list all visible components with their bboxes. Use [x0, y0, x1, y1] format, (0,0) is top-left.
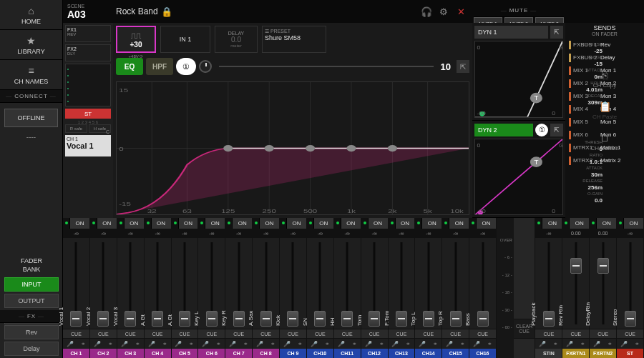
hpf-button[interactable]: HPF — [146, 58, 173, 75]
on-button[interactable]: ON — [97, 218, 117, 229]
fader-track[interactable]: Bass — [469, 238, 496, 329]
on-button[interactable]: ON — [179, 218, 198, 229]
strip-icons[interactable]: 🎤⚭ — [562, 339, 589, 349]
fx2-slot[interactable]: FX2 DLY — [65, 44, 111, 61]
preset-box[interactable]: ☰ PRESET Shure SM58 — [262, 26, 326, 53]
on-button[interactable]: ON — [152, 218, 171, 229]
channel-number[interactable]: CH13 — [389, 349, 415, 358]
cue-button[interactable]: CUE — [172, 329, 198, 339]
channel-number[interactable]: CH 3 — [117, 349, 144, 358]
nav-chnames[interactable]: ≡ CH NAMES — [0, 60, 62, 90]
strip-icons[interactable]: 🎤⚭ — [361, 339, 388, 349]
strip-icons[interactable]: 🎤⚭ — [442, 339, 469, 349]
channel-number[interactable]: CH 4 — [145, 349, 171, 358]
channel-number[interactable]: FXRTN1 — [562, 349, 589, 358]
strip-icons[interactable]: 🎤⚭ — [145, 339, 171, 349]
eq-graph[interactable]: 3263125 2505001k 2k5k10k 150-15 — [116, 81, 469, 215]
cue-button[interactable]: CUE — [280, 329, 306, 339]
cue-button[interactable]: CUE — [562, 329, 589, 339]
on-button[interactable]: ON — [233, 218, 252, 229]
strip-icons[interactable]: 🎤⚭ — [117, 339, 144, 349]
cue-button[interactable]: CUE — [117, 329, 144, 339]
cue-button[interactable]: CUE — [590, 329, 616, 339]
on-button[interactable]: ON — [449, 218, 469, 229]
fader-track[interactable]: Kick — [280, 238, 306, 329]
fader-track[interactable]: SN — [307, 238, 333, 329]
cue-button[interactable]: CUE — [145, 329, 171, 339]
channel-number[interactable]: CH 8 — [253, 349, 279, 358]
channel-number[interactable]: CH14 — [415, 349, 441, 358]
gear-icon[interactable]: ⚙ — [435, 3, 452, 20]
channel-number[interactable]: CH 5 — [172, 349, 198, 358]
ch-paste[interactable]: 📋CH Paste — [565, 94, 644, 126]
offline-button[interactable]: OFFLINE — [4, 109, 58, 127]
dyn2-popout-icon[interactable]: ⇱ — [550, 124, 563, 136]
strip-icons[interactable]: 🎤⚭ — [307, 339, 333, 349]
dyn2-band[interactable]: ① — [535, 124, 548, 136]
close-icon[interactable]: ✕ — [452, 3, 469, 20]
clear-cue[interactable]: CLEAR CUE — [514, 218, 536, 358]
strip-icons[interactable]: 🎤⚭ — [280, 339, 306, 349]
on-button[interactable]: ON — [477, 218, 496, 229]
cue-button[interactable]: CUE — [225, 329, 252, 339]
channel-number[interactable]: CH16 — [469, 349, 496, 358]
fx-rev[interactable]: Rev — [4, 325, 59, 339]
on-button[interactable]: ON — [396, 218, 415, 229]
cue-button[interactable]: CUE — [535, 329, 562, 339]
cue-button[interactable]: CUE — [307, 329, 333, 339]
on-button[interactable]: ON — [314, 218, 333, 229]
channel-number[interactable]: CH11 — [334, 349, 361, 358]
channel-number[interactable]: CH10 — [307, 349, 333, 358]
st-badge[interactable]: ST — [65, 109, 111, 119]
nav-home[interactable]: ⌂ HOME — [0, 0, 62, 30]
cue-button[interactable]: CUE — [334, 329, 361, 339]
dyn1-graph[interactable]: T 0-600 GR THRESH-25RANGE-15ATTACK0mHOLD… — [474, 41, 563, 118]
cue-button[interactable]: CUE — [253, 329, 279, 339]
strip-icons[interactable]: 🎤⚭ — [389, 339, 415, 349]
on-button[interactable]: ON — [287, 218, 306, 229]
dyn2-title[interactable]: DYN 2 — [474, 124, 533, 136]
channel-number[interactable]: CH 7 — [225, 349, 252, 358]
channel-number[interactable]: CH15 — [442, 349, 469, 358]
channel-number[interactable]: FXRTN2 — [590, 349, 616, 358]
on-button[interactable]: ON — [542, 218, 562, 229]
channel-label[interactable]: C CH 1 Vocal 1 — [65, 135, 111, 156]
cue-button[interactable]: CUE — [617, 329, 643, 339]
strip-icons[interactable]: 🎤⚭ — [63, 339, 89, 349]
fader-track[interactable]: Stereo — [617, 238, 643, 329]
dyn1-title[interactable]: DYN 1 — [474, 26, 548, 39]
ch-default[interactable]: 🗋CH Default — [565, 126, 644, 157]
fader-bank-input[interactable]: INPUT — [4, 277, 59, 292]
on-button[interactable]: ON — [260, 218, 279, 229]
on-button[interactable]: ON — [205, 218, 225, 229]
on-button[interactable]: ON — [369, 218, 388, 229]
scene-box[interactable]: SCENE A03 — [63, 2, 113, 21]
strip-icons[interactable]: 🎤⚭ — [469, 339, 496, 349]
ch-copy[interactable]: ⎘CH Copy — [565, 63, 644, 94]
strip-icons[interactable]: 🎤⚭ — [535, 339, 562, 349]
gain-box[interactable]: ⎍⎍ +30 +48V ⟳ — [116, 26, 156, 53]
strip-icons[interactable]: 🎤⚭ — [590, 339, 616, 349]
channel-number[interactable]: CH 1 — [63, 349, 89, 358]
strip-icons[interactable]: 🎤⚭ — [253, 339, 279, 349]
phantom-power[interactable]: +48V ⟳ — [129, 54, 144, 59]
headphones-icon[interactable]: 🎧 — [418, 3, 435, 20]
cue-button[interactable]: CUE — [361, 329, 388, 339]
input-patch[interactable]: IN 1 — [160, 26, 210, 53]
on-button[interactable]: ON — [341, 218, 361, 229]
strip-icons[interactable]: 🎤⚭ — [617, 339, 643, 349]
eq-on-button[interactable]: EQ — [116, 58, 143, 75]
cue-button[interactable]: CUE — [415, 329, 441, 339]
strip-icons[interactable]: 🎤⚭ — [334, 339, 361, 349]
eq-band-selector[interactable]: ① — [176, 58, 196, 75]
fx-delay[interactable]: Delay — [4, 342, 59, 356]
fx1-slot[interactable]: FX1 REV — [65, 25, 111, 42]
cue-button[interactable]: CUE — [442, 329, 469, 339]
recall-safe[interactable]: R safe — [65, 124, 87, 133]
strip-icons[interactable]: 🎤⚭ — [198, 339, 225, 349]
cue-button[interactable]: CUE — [469, 329, 496, 339]
on-button[interactable]: ON — [597, 218, 616, 229]
channel-number[interactable]: ST — [617, 349, 643, 358]
strip-icons[interactable]: 🎤⚭ — [90, 339, 117, 349]
cue-button[interactable]: CUE — [63, 329, 89, 339]
